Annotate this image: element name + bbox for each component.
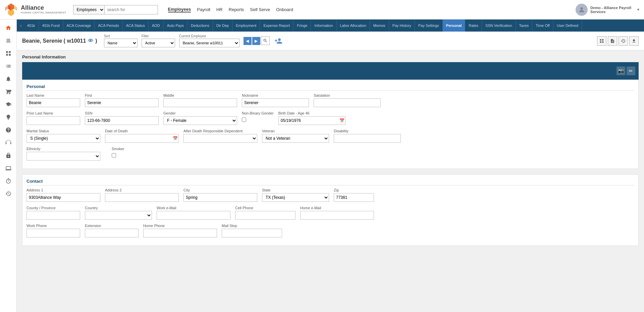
tab-taxes[interactable]: Taxes xyxy=(516,19,533,32)
document-view-button[interactable] xyxy=(608,36,617,46)
address-fields-row: Address 1 Address 2 City State T xyxy=(26,188,634,202)
sidebar-item-headset[interactable] xyxy=(2,137,15,148)
tab-401k-fund[interactable]: 401k Fund xyxy=(39,19,63,32)
gender-dropdown[interactable]: F - Female M - Male xyxy=(163,116,237,125)
address2-field: Address 2 xyxy=(105,188,179,202)
sort-dropdown[interactable]: Name xyxy=(104,39,138,47)
employee-search-button[interactable] xyxy=(261,36,270,45)
cell-phone-input[interactable] xyxy=(235,211,296,220)
birth-date-calendar-icon[interactable]: 📅 xyxy=(339,118,344,123)
tab-401k[interactable]: 401k xyxy=(24,19,39,32)
sidebar-item-chart[interactable] xyxy=(2,35,15,46)
middle-name-input[interactable] xyxy=(163,98,237,107)
sidebar-item-graduation[interactable] xyxy=(2,99,15,110)
last-name-input[interactable] xyxy=(26,98,80,107)
tab-rates[interactable]: Rates xyxy=(465,19,482,32)
veteran-dropdown[interactable]: Not a Veteran xyxy=(262,134,329,143)
tab-pay-settings[interactable]: Pay Settings xyxy=(415,19,443,32)
search-category-dropdown[interactable]: Employees xyxy=(73,5,104,14)
tab-left-arrow[interactable]: ‹ xyxy=(18,23,24,28)
next-employee-button[interactable]: ▶ xyxy=(252,37,260,45)
view-employee-icon[interactable]: 👁 xyxy=(88,38,93,44)
date-of-death-input[interactable] xyxy=(105,134,179,143)
state-dropdown[interactable]: TX (Texas) xyxy=(262,193,329,202)
marital-status-dropdown[interactable]: S (Single) M (Married) xyxy=(26,134,100,143)
address1-input[interactable] xyxy=(26,193,100,202)
tab-time-off[interactable]: Time Off xyxy=(532,19,553,32)
tab-auto-pays[interactable]: Auto Pays xyxy=(164,19,187,32)
tab-expense-report[interactable]: Expense Report xyxy=(260,19,293,32)
sidebar-item-list[interactable] xyxy=(2,60,15,72)
upload-photo-button[interactable]: 📷 xyxy=(616,66,625,75)
sidebar-item-help[interactable] xyxy=(2,124,15,136)
grid-view-button[interactable] xyxy=(597,36,606,46)
tab-aca-coverage[interactable]: ACA Coverage xyxy=(63,19,95,32)
filter-dropdown[interactable]: Active xyxy=(142,39,175,47)
tab-dir-dep[interactable]: Dir Dep xyxy=(213,19,232,32)
tab-personal[interactable]: Personal xyxy=(443,19,465,32)
tab-aod[interactable]: AOD xyxy=(149,19,164,32)
date-of-death-calendar-icon[interactable]: 📅 xyxy=(173,136,178,141)
non-binary-gender-checkbox[interactable] xyxy=(242,118,246,122)
nav-hr[interactable]: HR xyxy=(216,7,223,12)
zip-input[interactable] xyxy=(334,193,374,202)
history-view-button[interactable] xyxy=(619,36,628,46)
tab-employment[interactable]: Employment xyxy=(232,19,260,32)
sidebar-item-lock[interactable] xyxy=(2,150,15,161)
home-phone-input[interactable] xyxy=(143,229,217,237)
disability-input[interactable] xyxy=(334,134,401,143)
sidebar-item-home[interactable] xyxy=(2,22,15,34)
user-dropdown-arrow[interactable]: ▼ xyxy=(637,8,640,11)
current-employee-dropdown[interactable]: Beanie, Serenie w10011 xyxy=(179,39,239,47)
nav-self-serve[interactable]: Self Serve xyxy=(250,7,270,12)
nav-onboard[interactable]: Onboard xyxy=(276,7,293,12)
user-info: Demo - Alliance Payroll Services xyxy=(590,6,634,14)
county-input[interactable] xyxy=(26,211,80,220)
nav-payroll[interactable]: Payroll xyxy=(197,7,210,12)
work-email-input[interactable] xyxy=(157,211,230,220)
nav-employees[interactable]: Employees xyxy=(168,7,191,12)
mail-stop-input[interactable] xyxy=(222,229,282,237)
tab-labor-allocation[interactable]: Labor Allocation xyxy=(337,19,370,32)
prior-last-name-input[interactable] xyxy=(26,116,80,125)
tab-aca-status[interactable]: ACA Status xyxy=(123,19,149,32)
salutation-field: Salutation xyxy=(314,93,381,107)
nickname-input[interactable] xyxy=(242,98,309,107)
search-input[interactable] xyxy=(104,5,158,14)
export-button[interactable] xyxy=(629,36,639,46)
smoker-checkbox[interactable] xyxy=(112,153,116,158)
country-dropdown[interactable] xyxy=(85,211,152,220)
sidebar-item-timer[interactable] xyxy=(2,175,15,187)
after-death-dropdown[interactable] xyxy=(183,134,257,143)
birth-date-input[interactable] xyxy=(278,116,345,125)
ethnicity-dropdown[interactable] xyxy=(26,152,100,161)
prev-employee-button[interactable]: ◀ xyxy=(244,37,252,45)
city-input[interactable] xyxy=(183,193,257,202)
cell-phone-field: Cell Phone xyxy=(235,206,296,220)
tab-pay-history[interactable]: Pay History xyxy=(389,19,415,32)
home-email-input[interactable] xyxy=(300,211,374,220)
sidebar-item-cart[interactable] xyxy=(2,86,15,97)
tab-memos[interactable]: Memos xyxy=(370,19,389,32)
tab-user-defined[interactable]: User Defined xyxy=(553,19,582,32)
tab-deductions[interactable]: Deductions xyxy=(187,19,213,32)
salutation-input[interactable] xyxy=(314,98,381,107)
sidebar-item-grid[interactable] xyxy=(2,48,15,59)
employee-full-name: Beanie, Serenie ( w10011 xyxy=(22,38,86,44)
sidebar-item-bell[interactable] xyxy=(2,73,15,85)
tab-information[interactable]: Information xyxy=(311,19,336,32)
extension-input[interactable] xyxy=(85,229,139,237)
add-employee-button[interactable] xyxy=(274,36,283,46)
first-name-input[interactable] xyxy=(85,98,159,107)
address2-input[interactable] xyxy=(105,193,179,202)
sidebar-item-bulb[interactable] xyxy=(2,112,15,123)
edit-photo-button[interactable]: ✏ xyxy=(627,66,635,75)
ssn-input[interactable] xyxy=(85,116,159,125)
tab-ssn-verification[interactable]: SSN Verification xyxy=(482,19,516,32)
sidebar-item-history[interactable] xyxy=(2,188,15,199)
tab-aca-periods[interactable]: ACA Periods xyxy=(95,19,122,32)
sidebar-item-monitor[interactable] xyxy=(2,163,15,174)
tab-fringe[interactable]: Fringe xyxy=(293,19,311,32)
nav-reports[interactable]: Reports xyxy=(229,7,244,12)
work-phone-input[interactable] xyxy=(26,229,80,237)
